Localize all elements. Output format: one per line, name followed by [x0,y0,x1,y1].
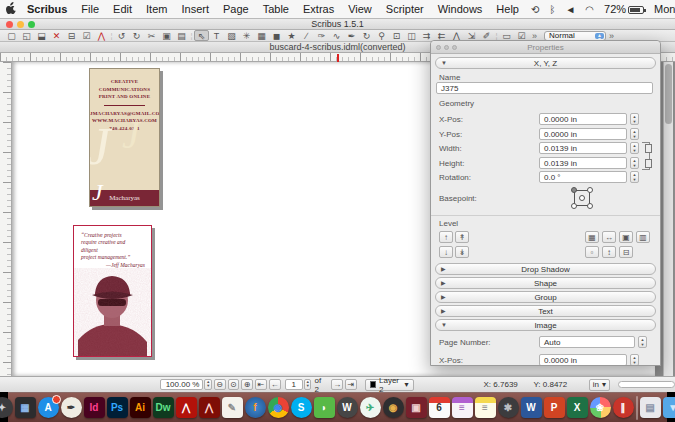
business-card-back[interactable]: “Creative projects require creative and … [73,225,152,357]
dock-skype[interactable]: S [291,397,312,418]
tool-open-document-icon[interactable]: ◱ [19,30,34,41]
obj-enable-printing-icon[interactable]: ⊟ [619,246,633,258]
toolbar-overflow-right[interactable]: » [606,31,617,41]
menu-item[interactable]: View [341,3,379,15]
stepper-buttons[interactable]: ▲▼ [630,157,639,169]
panel-zoom-button[interactable] [452,45,457,50]
field-input[interactable]: 0.0139 in [539,157,627,169]
dock-scribus[interactable]: ✒ [61,397,82,418]
basepoint-center[interactable] [579,195,585,201]
dock-evernote[interactable]: ◗ [314,397,335,418]
apple-menu-icon[interactable] [6,2,16,16]
dock-app-store[interactable]: A [38,397,59,418]
volume-icon[interactable]: ◄ [560,4,580,15]
dock-photos[interactable]: ❀ [590,397,611,418]
dock-mission-control[interactable]: ▦ [15,397,36,418]
menu-clock[interactable]: Mon Jun 6 4:48 PM [649,3,675,15]
section-button[interactable]: ▶ Text [435,305,656,317]
tool-insert-bezier-icon[interactable]: ✑ [314,30,329,41]
obj-ungroup-icon[interactable]: ▫ [585,246,599,258]
stepper-buttons[interactable]: ▲▼ [630,142,639,154]
dock-parallels[interactable]: ∥ [613,397,634,418]
vertical-scrollbar[interactable] [663,62,673,376]
layer-dropdown[interactable]: Layer 2 ▾ [365,379,414,391]
menu-item[interactable]: Windows [431,3,490,15]
dock-wordpress[interactable]: W [337,397,358,418]
tool-insert-polygon-icon[interactable]: ★ [284,30,299,41]
menu-item[interactable]: Insert [174,3,216,15]
menu-item[interactable]: Edit [106,3,139,15]
obj-group-icon[interactable]: ▦ [585,231,599,243]
dock-downloads-folder[interactable]: ▼ [663,397,675,418]
link-width-height-icon[interactable] [642,142,650,170]
previous-page-button[interactable]: ← [269,379,281,390]
bluetooth-icon[interactable]: ᛒ [544,4,560,15]
dock-chrome[interactable]: ◉ [268,397,289,418]
dock-documents-stack[interactable]: ▤ [640,397,661,418]
section-button[interactable]: ▶ Shape [435,277,656,289]
basepoint-bottom-right[interactable] [587,203,593,209]
tool-cut-icon[interactable]: ✂ [144,30,159,41]
menu-item[interactable]: Scripter [379,3,431,15]
tool-insert-freehand-icon[interactable]: ∿ [329,30,344,41]
page-stepper[interactable]: ▲▼ [304,379,311,390]
last-page-button[interactable]: ⇥ [345,379,357,390]
tool-save-document-icon[interactable]: ⬓ [34,30,49,41]
tool-rotate-item-icon[interactable]: ↻ [359,30,374,41]
dock-word[interactable]: W [521,397,542,418]
tool-undo-icon[interactable]: ↺ [114,30,129,41]
next-page-button[interactable]: → [331,379,343,390]
dock-photoshop[interactable]: Ps [107,397,128,418]
tool-redo-icon[interactable]: ↻ [129,30,144,41]
field-input[interactable]: 0.0000 in [539,128,627,140]
basepoint-top-left[interactable] [571,187,577,193]
dock-powerpoint[interactable]: P [544,397,565,418]
tool-paste-icon[interactable]: ▤ [174,30,189,41]
tool-insert-text-frame-icon[interactable]: T [209,30,224,41]
dock-dreamweaver[interactable]: Dw [153,397,174,418]
dock-acrobat-pro[interactable]: ⋀ [176,397,197,418]
tool-zoom-tool-icon[interactable]: ⚲ [374,30,389,41]
tool-calligraphic-line-icon[interactable]: ✒ [344,30,359,41]
time-machine-icon[interactable]: ⟲ [526,4,544,15]
level-lower-to-bottom-icon[interactable]: ↡ [455,246,469,258]
obj-flip-horizontal-icon[interactable]: ↔ [602,231,616,243]
obj-lock-size-icon[interactable]: ▥ [636,231,650,243]
dock-launchpad[interactable]: ✦ [0,397,13,418]
tool-insert-line-icon[interactable]: ∕ [299,30,314,41]
battery-status[interactable]: 72% [599,3,649,15]
tool-edit-contents-icon[interactable]: ⊡ [389,30,404,41]
level-raise-level-icon[interactable]: ↑ [439,231,453,243]
properties-panel-title-bar[interactable]: Properties [431,41,660,54]
tool-insert-render-frame-icon[interactable]: ✳ [239,30,254,41]
section-xyz[interactable]: ▼ X, Y, Z [435,57,656,69]
tool-print-icon[interactable]: ⊟ [64,30,79,41]
xpos-input[interactable]: 0.0000 in [539,354,627,366]
dock-photo-booth[interactable]: ◉ [383,397,404,418]
dock-acrobat-reader[interactable]: ⋀ [199,397,220,418]
stepper-buttons[interactable]: ▲▼ [630,171,639,183]
level-raise-to-top-icon[interactable]: ↟ [455,231,469,243]
section-button[interactable]: ▼ Image [435,319,656,331]
section-button[interactable]: ▶ Drop Shadow [435,263,656,275]
menu-item[interactable]: Table [256,3,296,15]
menu-item[interactable]: Page [216,3,256,15]
basepoint-bottom-left[interactable] [571,203,577,209]
menu-item[interactable]: Scribus [20,3,74,15]
stepper-buttons[interactable]: ▲▼ [630,354,639,366]
stepper-buttons[interactable]: ▲▼ [630,113,639,125]
toolbar-overflow-left[interactable]: » [529,31,540,41]
zoom-stepper[interactable]: ▲▼ [204,379,211,390]
tool-copy-icon[interactable]: ▣ [159,30,174,41]
tool-new-document-icon[interactable]: ▢ [4,30,19,41]
menu-item[interactable]: Help [489,3,526,15]
section-button[interactable]: ▶ Group [435,291,656,303]
obj-flip-vertical-icon[interactable]: ↕ [602,246,616,258]
menu-item[interactable]: Extras [296,3,341,15]
dock-calendar[interactable]: 6 [429,397,450,418]
dock-illustrator[interactable]: Ai [130,397,151,418]
menu-item[interactable]: File [74,3,106,15]
dock-airmail[interactable]: ✈ [360,397,381,418]
wifi-icon[interactable]: ◠ [580,4,599,15]
tool-close-document-icon[interactable]: ✕ [49,30,64,41]
